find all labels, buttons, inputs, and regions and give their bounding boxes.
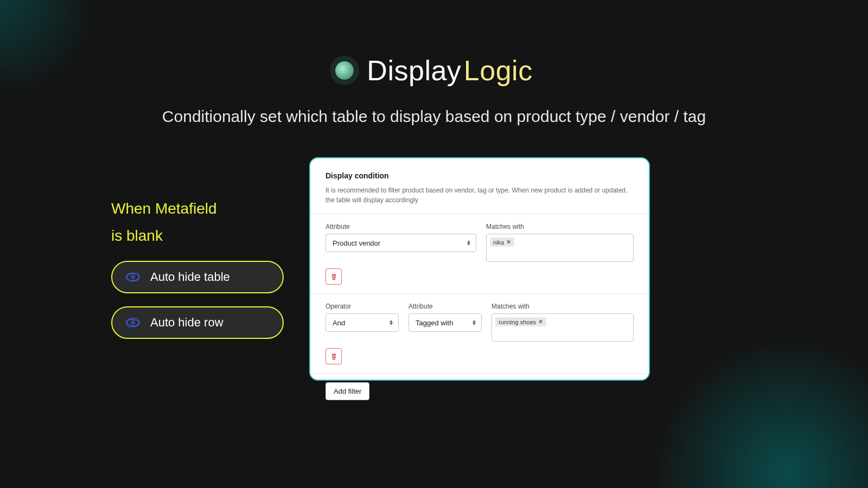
trash-icon (330, 352, 338, 361)
matches-input[interactable]: nika ✕ (486, 234, 634, 262)
add-filter-button[interactable]: Add filter (326, 382, 369, 400)
button-label: Auto hide row (150, 316, 224, 330)
matches-label: Matches with (492, 303, 634, 310)
tag-chip: running shoes ✕ (495, 317, 546, 326)
operator-select[interactable]: And (326, 313, 399, 332)
delete-filter-button[interactable] (326, 348, 342, 364)
auto-hide-row-button[interactable]: Auto hide row (111, 306, 284, 339)
select-arrows-icon (473, 320, 476, 325)
remove-tag-icon[interactable]: ✕ (506, 239, 511, 246)
divider (310, 214, 649, 214)
operator-label: Operator (326, 303, 399, 310)
callout-heading: When Metafield is blank (111, 195, 296, 250)
remove-tag-icon[interactable]: ✕ (538, 318, 543, 325)
page-header: Display Logic Conditionally set which ta… (0, 54, 868, 129)
page-title-main: Display (367, 55, 461, 86)
divider (310, 373, 649, 374)
attribute-select[interactable]: Product vendor (326, 234, 476, 252)
matches-input[interactable]: running shoes ✕ (492, 313, 634, 342)
select-arrows-icon (390, 320, 393, 325)
page-title-accent: Logic (464, 55, 533, 86)
trash-icon (330, 273, 338, 281)
select-arrows-icon (467, 241, 470, 246)
delete-filter-button[interactable] (326, 268, 342, 285)
panel-description: It is recommended to filter product base… (326, 185, 634, 205)
button-label: Auto hide table (150, 270, 230, 284)
tag-chip: nika ✕ (490, 237, 514, 247)
panel-title: Display condition (326, 171, 634, 180)
auto-hide-table-button[interactable]: Auto hide table (111, 261, 284, 293)
display-condition-panel: Display condition It is recommended to f… (309, 157, 650, 381)
attribute-label: Attribute (326, 223, 476, 230)
page-subtitle: Conditionally set which table to display… (0, 104, 868, 129)
divider (310, 293, 649, 294)
attribute-select[interactable]: Tagged with (409, 313, 482, 332)
hide-icon (125, 269, 141, 285)
feature-callout: When Metafield is blank Auto hide table … (111, 195, 296, 352)
background-accent-bottom (651, 336, 868, 488)
matches-label: Matches with (486, 223, 634, 230)
filter-row: Attribute Product vendor Matches with ni… (326, 223, 634, 262)
filter-row: Operator And Attribute Tagged with Match… (326, 303, 634, 342)
dot-icon (335, 61, 354, 80)
hide-icon (125, 315, 141, 330)
attribute-label: Attribute (409, 303, 482, 310)
